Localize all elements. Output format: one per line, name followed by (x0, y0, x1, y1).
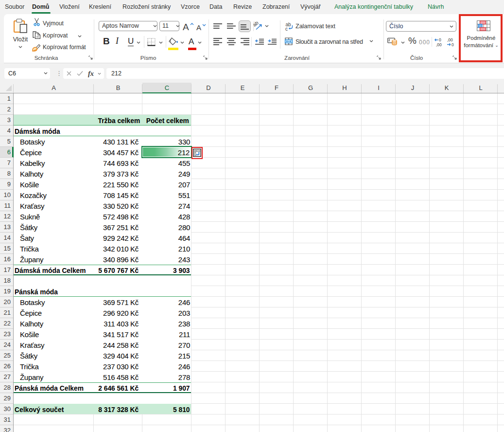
svg-text:c: c (285, 26, 288, 31)
svg-text:,00: ,00 (436, 42, 442, 47)
svg-text:,00: ,00 (447, 37, 453, 42)
svg-text:0: 0 (439, 37, 441, 42)
svg-text:0: 0 (452, 42, 454, 47)
svg-text:ab: ab (253, 20, 260, 28)
